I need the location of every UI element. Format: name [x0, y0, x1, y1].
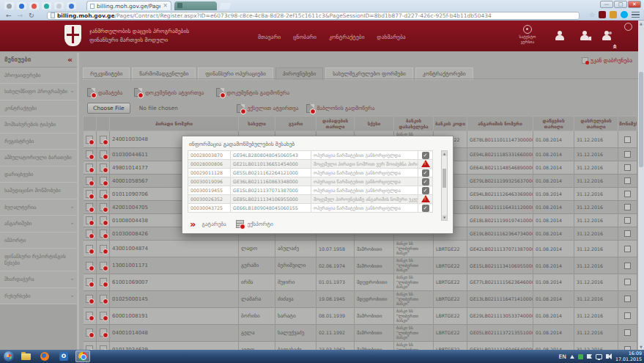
maximize-button[interactable]: □	[614, 1, 627, 8]
sidebar-item[interactable]: სამედიცინო მოწმობები	[0, 183, 77, 199]
pinned-tab[interactable]	[67, 2, 76, 10]
delete-record-icon[interactable]	[86, 329, 93, 337]
modal-scroll-down-icon[interactable]: ▼	[442, 215, 447, 220]
edit-record-icon[interactable]	[100, 312, 107, 320]
row-checkbox[interactable]	[624, 204, 631, 210]
extension-icon-2[interactable]	[610, 11, 617, 18]
firefox-taskbar-button[interactable]	[37, 351, 52, 362]
delete-record-icon[interactable]	[86, 203, 93, 211]
language-indicator[interactable]: EN	[559, 353, 566, 360]
edit-record-icon[interactable]	[100, 177, 107, 185]
process-button[interactable]: გატარება	[201, 221, 226, 227]
sidebar-item[interactable]: იმპორტი	[0, 232, 77, 249]
pinned-tab[interactable]	[17, 2, 26, 10]
edit-record-icon[interactable]	[100, 329, 107, 337]
scrollbar-thumb[interactable]	[639, 72, 643, 167]
sidebar-item[interactable]: კონტრაქტები	[0, 100, 77, 117]
modal-scroll-up-icon[interactable]: ▲	[442, 151, 447, 156]
extension-icon-1[interactable]	[599, 11, 606, 18]
address-bar[interactable]: billing.moh.gov.ge/Pages/Contract/Regist…	[47, 12, 580, 20]
delete-record-icon[interactable]	[86, 245, 93, 253]
header-nav-item[interactable]: კონტრაქტები	[329, 34, 365, 40]
row-checkbox[interactable]	[624, 230, 631, 237]
close-button[interactable]: ✕	[628, 1, 641, 8]
delete-record-icon[interactable]	[86, 262, 93, 270]
tab-close-icon[interactable]: ×	[163, 3, 168, 9]
delete-record-icon[interactable]	[86, 278, 93, 286]
row-checkbox[interactable]	[624, 329, 631, 336]
delete-record-icon[interactable]	[86, 136, 93, 144]
edit-record-icon[interactable]	[100, 164, 107, 172]
scroll-down-icon[interactable]: ▼	[638, 344, 644, 350]
chrome-taskbar-button[interactable]	[75, 351, 90, 362]
table-row[interactable]: 43001004874 ლადო აბულაძე 10.07.1958 მამრ…	[84, 241, 637, 257]
sidebar-item[interactable]: ამბულატორიული ბარათები	[0, 150, 77, 166]
minimize-button[interactable]: —	[600, 1, 613, 8]
back-icon[interactable]: ←	[6, 12, 12, 19]
row-checkbox[interactable]	[624, 296, 631, 302]
header-nav-item[interactable]: დახმარება	[377, 34, 406, 40]
browser-tab-background[interactable]	[174, 1, 217, 10]
action-center-flag-icon[interactable]	[587, 354, 592, 359]
process-chevrons-icon[interactable]: »	[190, 219, 194, 229]
delete-record-icon[interactable]	[86, 177, 93, 185]
row-checkbox[interactable]	[624, 164, 631, 171]
row-checkbox[interactable]	[624, 136, 631, 143]
download-document-button[interactable]: დოკუმენტის გადმოწერა	[216, 88, 290, 97]
delete-record-icon[interactable]	[86, 150, 93, 158]
add-button[interactable]: დამატება	[87, 88, 122, 97]
pinned-tab[interactable]	[29, 2, 39, 10]
sidebar-item[interactable]: რესურსები	[0, 288, 77, 304]
tray-expand-icon[interactable]	[570, 355, 574, 359]
edit-record-icon[interactable]	[100, 262, 107, 270]
delete-record-icon[interactable]	[86, 216, 93, 224]
header-nav-item[interactable]: მთავარი	[258, 34, 281, 40]
explorer-taskbar-button[interactable]	[18, 351, 33, 362]
sidebar-item[interactable]: მხარდაჭერა	[0, 271, 77, 287]
table-row[interactable]: 04001014048 გელა სალუქვაძე 02.11.1992 მა…	[84, 324, 637, 341]
pinned-tab[interactable]	[4, 2, 14, 10]
modal-scrollbar[interactable]: ▲ ▼	[441, 150, 448, 221]
delete-record-icon[interactable]	[86, 312, 93, 320]
reload-icon[interactable]: ↻	[29, 12, 34, 19]
sidebar-item[interactable]: ფინანსური რეპორტინგის წესები	[0, 249, 77, 271]
sidebar-item[interactable]: დარიცხვები	[0, 166, 77, 183]
sidebar-item[interactable]: რეგისტრები	[0, 133, 77, 150]
start-button[interactable]	[4, 351, 14, 362]
volume-icon[interactable]	[606, 354, 609, 359]
delete-record-icon[interactable]	[86, 164, 93, 172]
edit-record-icon[interactable]	[100, 245, 107, 253]
delete-record-icon[interactable]	[86, 230, 93, 238]
user-document-icon[interactable]	[580, 31, 590, 41]
refresh-circle-icon[interactable]	[624, 23, 632, 31]
sidebar-item[interactable]: ბუღალტერია	[0, 199, 77, 216]
back-to-list-button[interactable]: უკან დაბრუნება	[582, 57, 632, 64]
row-checkbox[interactable]	[624, 246, 631, 252]
table-row[interactable]: 13001001171 გურამი ბერიშვილი 02.06.1974 …	[84, 257, 637, 274]
sidebar-item[interactable]: პროვაიდერები	[0, 67, 77, 84]
edit-record-icon[interactable]	[100, 278, 107, 286]
edit-record-icon[interactable]	[100, 150, 107, 158]
modal-scrollbar-thumb[interactable]	[443, 169, 446, 188]
edit-record-icon[interactable]	[100, 295, 107, 303]
sidebar-item[interactable]: ანგარიშები	[0, 216, 77, 232]
edit-record-icon[interactable]	[100, 230, 107, 238]
row-checkbox[interactable]	[624, 263, 631, 269]
sidebar-item[interactable]: მომსახურების ტიპები	[0, 117, 77, 133]
header-nav-item[interactable]: ცნობარი	[293, 34, 317, 40]
row-checkbox[interactable]	[624, 191, 631, 197]
pinned-tab[interactable]	[54, 2, 64, 10]
delete-record-icon[interactable]	[86, 190, 93, 198]
excel-upload-button[interactable]: ექსელით ატვირთვა	[237, 104, 299, 113]
edit-record-icon[interactable]	[100, 216, 107, 224]
users-icon[interactable]	[602, 31, 612, 41]
new-tab-button[interactable]	[218, 3, 231, 10]
row-checkbox[interactable]	[624, 151, 631, 158]
bookmark-star-icon[interactable]: ☆	[589, 12, 595, 18]
export-button[interactable]: ექსპორტი	[248, 221, 273, 227]
table-row[interactable]: 01017034639 ავთო ბალახაძე 23.03.1962 მამ…	[84, 341, 637, 350]
pinned-tab[interactable]	[42, 2, 51, 10]
row-checkbox[interactable]	[624, 312, 631, 319]
choose-file-button[interactable]: Choose File	[87, 103, 130, 114]
page-scrollbar[interactable]: ▲ ▼	[638, 21, 644, 350]
